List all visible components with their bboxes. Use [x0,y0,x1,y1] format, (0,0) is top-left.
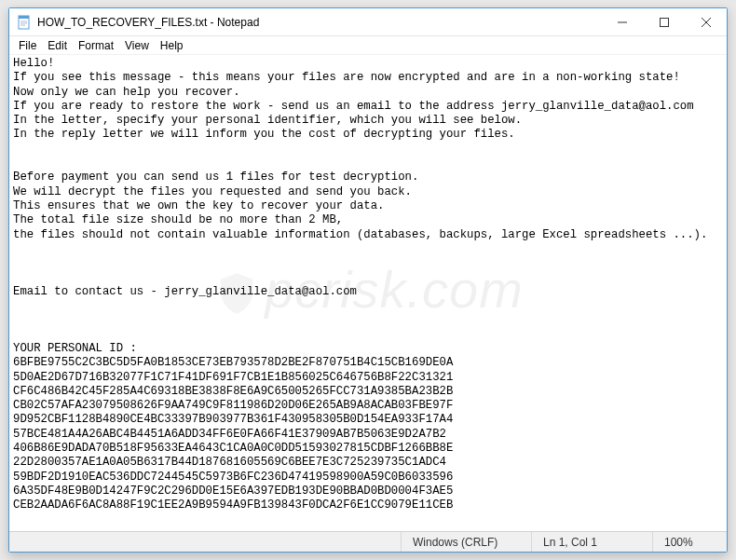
titlebar[interactable]: HOW_TO_RECOVERY_FILES.txt - Notepad [9,8,727,36]
text-area[interactable]: Hello! If you see this message - this me… [9,55,727,531]
notepad-icon [17,15,32,30]
status-position: Ln 1, Col 1 [531,532,652,552]
close-button[interactable] [685,8,727,35]
svg-rect-1 [19,16,29,19]
status-zoom: 100% [652,532,727,552]
menu-file[interactable]: File [13,38,42,53]
menu-edit[interactable]: Edit [42,38,73,53]
menubar: File Edit Format View Help [9,36,727,55]
svg-rect-6 [660,18,668,26]
minimize-button[interactable] [601,8,643,35]
notepad-window: HOW_TO_RECOVERY_FILES.txt - Notepad File… [8,7,728,553]
menu-view[interactable]: View [119,38,155,53]
menu-format[interactable]: Format [73,38,119,53]
status-encoding: Windows (CRLF) [401,532,531,552]
window-title: HOW_TO_RECOVERY_FILES.txt - Notepad [37,16,601,29]
statusbar: Windows (CRLF) Ln 1, Col 1 100% [9,531,727,552]
window-controls [601,8,727,35]
document-body: Hello! If you see this message - this me… [13,57,707,512]
menu-help[interactable]: Help [155,38,189,53]
statusbar-spacer [9,532,401,552]
maximize-button[interactable] [643,8,685,35]
